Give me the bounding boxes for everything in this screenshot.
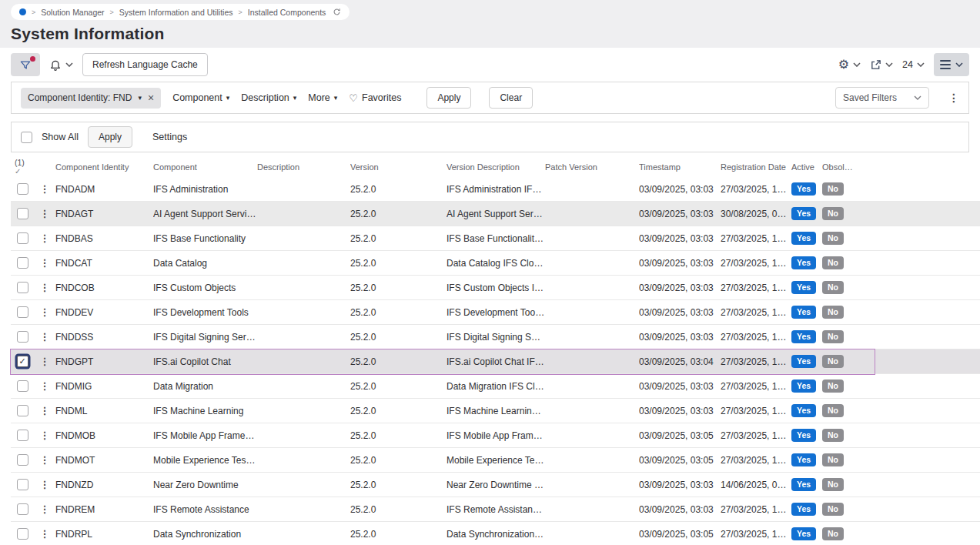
row-checkbox[interactable] bbox=[17, 479, 28, 490]
cell-component-identity: FNDNZD bbox=[55, 480, 153, 490]
caret-down-icon[interactable]: ▾ bbox=[138, 95, 142, 102]
filter-clear-button[interactable]: Clear bbox=[489, 87, 533, 109]
table-row[interactable]: ⋮ FNDCOB IFS Custom Objects 25.2.0 IFS C… bbox=[11, 276, 980, 300]
table-row[interactable]: ⋮ FNDMIG Data Migration 25.2.0 Data Migr… bbox=[11, 374, 980, 399]
filter-dropdown-description[interactable]: Description ▾ bbox=[241, 92, 296, 103]
row-checkbox[interactable] bbox=[17, 503, 28, 515]
row-menu-kebab-icon[interactable]: ⋮ bbox=[34, 380, 55, 392]
table-row[interactable]: ⋮ FNDREM IFS Remote Assistance 25.2.0 IF… bbox=[11, 497, 980, 522]
obsolete-badge: No bbox=[822, 281, 844, 294]
table-row[interactable]: ⋮ FNDDSS IFS Digital Signing Service 25.… bbox=[11, 325, 980, 349]
col-header-version[interactable]: Version bbox=[350, 162, 447, 172]
view-mode-selector[interactable] bbox=[934, 53, 969, 76]
table-row[interactable]: ⋮ FNDBAS IFS Base Functionality 25.2.0 I… bbox=[11, 226, 980, 251]
row-checkbox[interactable] bbox=[17, 257, 28, 269]
share-icon bbox=[870, 59, 881, 71]
share-export-menu[interactable] bbox=[870, 59, 893, 71]
row-menu-kebab-icon[interactable]: ⋮ bbox=[34, 528, 55, 540]
row-menu-kebab-icon[interactable]: ⋮ bbox=[34, 282, 55, 293]
notifications-button[interactable] bbox=[49, 59, 73, 71]
settings-link[interactable]: Settings bbox=[152, 132, 187, 142]
row-menu-kebab-icon[interactable]: ⋮ bbox=[34, 503, 55, 515]
table-row[interactable]: ⋮ FNDAGT AI Agent Support Services 25.2.… bbox=[11, 202, 980, 226]
show-all-panel: Show All Apply Settings bbox=[11, 122, 969, 152]
cell-registration-date: 27/03/2025, 10:01 bbox=[721, 258, 791, 269]
filter-apply-button[interactable]: Apply bbox=[426, 87, 471, 109]
table-row[interactable]: ⋮ FNDADM IFS Administration 25.2.0 IFS A… bbox=[11, 177, 980, 202]
row-menu-kebab-icon[interactable]: ⋮ bbox=[34, 232, 55, 244]
chevron-down-icon bbox=[914, 95, 921, 100]
row-checkbox[interactable] bbox=[17, 208, 28, 219]
col-header-patch-version[interactable]: Patch Version bbox=[545, 162, 639, 172]
obsolete-badge: No bbox=[822, 207, 844, 220]
row-checkbox[interactable] bbox=[17, 331, 28, 343]
settings-gear-menu[interactable]: ⚙ bbox=[838, 59, 861, 71]
row-menu-kebab-icon[interactable]: ⋮ bbox=[34, 479, 55, 490]
table-row[interactable]: ✓ ⋮ FNDGPT IFS.ai Copilot Chat 25.2.0 IF… bbox=[11, 349, 980, 374]
row-menu-kebab-icon[interactable]: ⋮ bbox=[34, 430, 55, 441]
cell-version: 25.2.0 bbox=[350, 381, 447, 392]
cell-version: 25.2.0 bbox=[350, 529, 447, 540]
table-row[interactable]: ⋮ FNDRPL Data Synchronization 25.2.0 Dat… bbox=[11, 522, 980, 545]
row-menu-kebab-icon[interactable]: ⋮ bbox=[34, 208, 55, 219]
row-checkbox[interactable] bbox=[17, 183, 28, 195]
col-header-component-identity[interactable]: Component Identity bbox=[55, 162, 153, 172]
table-row[interactable]: ⋮ FNDDEV IFS Development Tools 25.2.0 IF… bbox=[11, 300, 980, 325]
row-checkbox[interactable] bbox=[17, 430, 28, 441]
cell-version: 25.2.0 bbox=[350, 283, 447, 293]
filter-dropdown-component[interactable]: Component ▾ bbox=[172, 92, 229, 103]
breadcrumb-item-solution-manager[interactable]: Solution Manager bbox=[41, 8, 104, 17]
breadcrumb-item-installed-components[interactable]: Installed Components bbox=[248, 8, 326, 17]
row-checkbox[interactable] bbox=[17, 232, 28, 244]
breadcrumb-item-system-info[interactable]: System Information and Utilities bbox=[119, 8, 233, 17]
toolbar: Refresh Language Cache ⚙ 24 bbox=[0, 48, 980, 82]
row-checkbox[interactable] bbox=[17, 405, 28, 416]
col-header-registration-date[interactable]: Registration Date bbox=[721, 162, 791, 172]
show-all-apply-button[interactable]: Apply bbox=[88, 126, 132, 148]
cell-timestamp: 03/09/2025, 03:03 bbox=[639, 233, 721, 244]
row-checkbox[interactable] bbox=[17, 528, 28, 540]
row-menu-kebab-icon[interactable]: ⋮ bbox=[34, 257, 55, 269]
row-menu-kebab-icon[interactable]: ⋮ bbox=[34, 183, 55, 195]
row-menu-kebab-icon[interactable]: ⋮ bbox=[34, 306, 55, 318]
row-checkbox[interactable]: ✓ bbox=[17, 356, 28, 367]
filter-toggle-button[interactable] bbox=[11, 53, 40, 76]
breadcrumb-refresh-icon[interactable] bbox=[333, 8, 341, 16]
col-header-active[interactable]: Active bbox=[791, 162, 818, 172]
row-menu-kebab-icon[interactable]: ⋮ bbox=[34, 356, 55, 367]
filter-chip-component-identity[interactable]: Component Identity: FND ▾ × bbox=[21, 88, 161, 109]
row-menu-kebab-icon[interactable]: ⋮ bbox=[34, 454, 55, 466]
home-dot-icon[interactable] bbox=[19, 8, 26, 15]
row-menu-kebab-icon[interactable]: ⋮ bbox=[34, 331, 55, 343]
show-all-checkbox[interactable] bbox=[21, 132, 32, 143]
row-checkbox[interactable] bbox=[17, 454, 28, 466]
row-checkbox[interactable] bbox=[17, 380, 28, 392]
favorites-button[interactable]: ♡ Favorites bbox=[349, 92, 401, 104]
table-row[interactable]: ⋮ FNDML IFS Machine Learning 25.2.0 IFS … bbox=[11, 399, 980, 423]
row-menu-kebab-icon[interactable]: ⋮ bbox=[34, 405, 55, 416]
cell-obsolete: No bbox=[818, 453, 855, 466]
filter-overflow-menu-icon[interactable]: ⋮ bbox=[948, 92, 959, 104]
active-badge: Yes bbox=[791, 404, 816, 417]
col-header-timestamp[interactable]: Timestamp bbox=[639, 162, 721, 172]
table-row[interactable]: ⋮ FNDCAT Data Catalog 25.2.0 Data Catalo… bbox=[11, 251, 980, 276]
table-row[interactable]: ⋮ FNDMOB IFS Mobile App Framew... 25.2.0… bbox=[11, 423, 980, 448]
col-header-component[interactable]: Component bbox=[153, 162, 257, 172]
refresh-language-cache-button[interactable]: Refresh Language Cache bbox=[82, 53, 208, 76]
table-row[interactable]: ⋮ FNDNZD Near Zero Downtime 25.2.0 Near … bbox=[11, 473, 980, 497]
row-checkbox[interactable] bbox=[17, 282, 28, 293]
selection-count-header[interactable]: (1) ✓ bbox=[11, 158, 34, 176]
close-icon[interactable]: × bbox=[148, 92, 154, 103]
cell-component: AI Agent Support Services bbox=[153, 209, 257, 219]
show-all-label: Show All bbox=[42, 132, 79, 142]
filter-dropdown-more[interactable]: More ▾ bbox=[308, 92, 337, 103]
col-header-description[interactable]: Description bbox=[257, 162, 350, 172]
table-row[interactable]: ⋮ FNDMOT Mobile Experience Test ... 25.2… bbox=[11, 448, 980, 473]
cell-timestamp: 03/09/2025, 03:05 bbox=[639, 455, 721, 466]
saved-filters-select[interactable]: Saved Filters bbox=[835, 87, 929, 109]
col-header-obsolete[interactable]: Obsolete bbox=[818, 162, 855, 172]
col-header-version-description[interactable]: Version Description bbox=[447, 162, 545, 172]
page-size-selector[interactable]: 24 bbox=[902, 59, 925, 70]
row-checkbox[interactable] bbox=[17, 306, 28, 318]
cell-obsolete: No bbox=[818, 256, 855, 269]
